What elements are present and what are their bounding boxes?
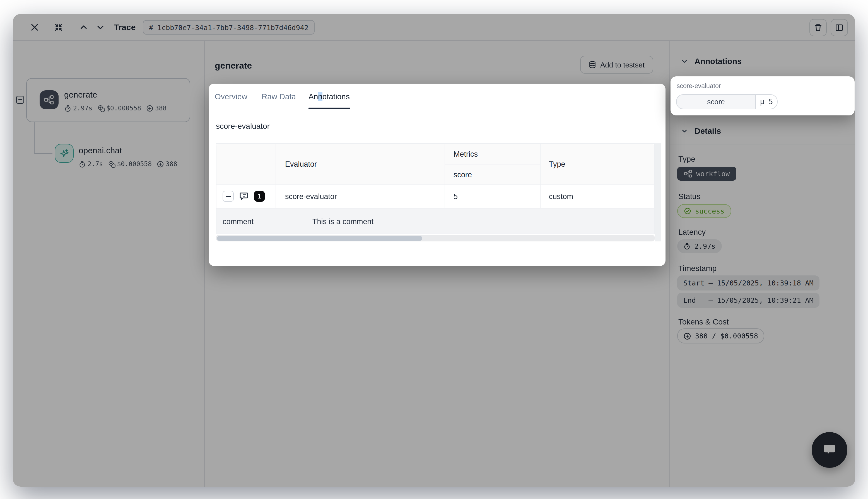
collapse-row-toggle[interactable] [222, 191, 234, 202]
table-horizontal-scrollbar[interactable] [216, 235, 655, 241]
annotations-tab-panel: Overview Raw Data Annotations score-eval… [209, 84, 665, 266]
col-header-metrics[interactable]: Metrics [445, 143, 540, 165]
col-header-score[interactable]: score [445, 165, 540, 184]
comment-count-badge: 1 [254, 191, 265, 202]
table-vertical-scrollbar[interactable] [655, 143, 661, 241]
annotations-table: Evaluator Metrics score Type 1 score-eva… [216, 143, 655, 234]
active-tab-underline [309, 108, 350, 109]
metric-mean-badge[interactable]: μ 5 [755, 94, 777, 109]
col-header-type[interactable]: Type [540, 143, 655, 184]
span-tabs: Overview Raw Data Annotations [209, 84, 665, 109]
tab-raw-data[interactable]: Raw Data [262, 84, 296, 109]
tab-overview[interactable]: Overview [215, 84, 248, 109]
tab-annotations[interactable]: Annotations [309, 84, 350, 109]
annotation-evaluator-card: score-evaluator score μ 5 [671, 76, 855, 115]
desktop-background: Trace # 1cbb70e7-34a1-7bb7-3498-771b7d46… [0, 0, 868, 499]
col-header-evaluator[interactable]: Evaluator [276, 143, 445, 184]
row-score: 5 [445, 184, 540, 208]
comment-icon[interactable] [239, 191, 249, 201]
metric-control: score μ 5 [676, 94, 777, 109]
annotation-evaluator-name: score-evaluator [677, 83, 721, 89]
scrollbar-thumb[interactable] [217, 235, 422, 241]
text-selection-highlight: n [318, 92, 323, 101]
comment-key-cell: comment [216, 208, 306, 234]
trace-drawer-window: Trace # 1cbb70e7-34a1-7bb7-3498-771b7d46… [13, 14, 855, 487]
row-type: custom [540, 184, 655, 208]
evaluator-section-title: score-evaluator [216, 122, 270, 131]
comment-value-cell: This is a comment [306, 208, 655, 234]
metric-name-field[interactable]: score [676, 94, 756, 109]
row-actions: 1 [222, 191, 265, 202]
row-evaluator: score-evaluator [276, 184, 445, 208]
